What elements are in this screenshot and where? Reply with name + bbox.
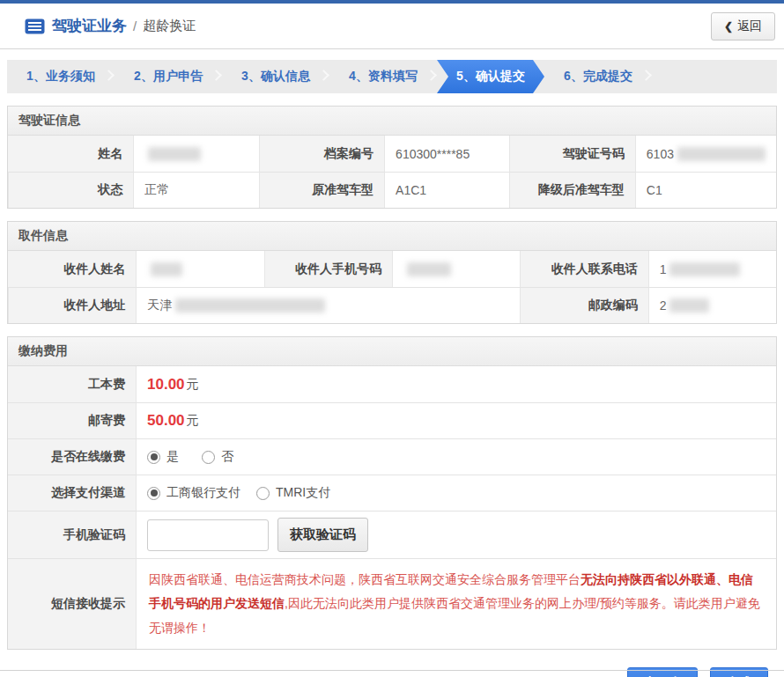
- finish-button[interactable]: 完成: [710, 667, 768, 677]
- wizard-steps: 1、业务须知 2、用户申告 3、确认信息 4、资料填写 5、确认提交 6、完成提…: [7, 60, 777, 93]
- page-title: 驾驶证业务: [52, 16, 127, 36]
- redacted-blur: [677, 147, 766, 161]
- redacted-blur: [151, 262, 182, 276]
- field-label-status: 状态: [8, 172, 133, 208]
- field-value-recipient-phone: 1: [648, 251, 776, 287]
- radio-option-no[interactable]: 否: [202, 449, 233, 465]
- step-2-declare[interactable]: 2、用户申告: [115, 60, 222, 93]
- field-label-payment-channel: 选择支付渠道: [8, 475, 136, 511]
- step-5-confirm-submit-active[interactable]: 5、确认提交: [437, 60, 544, 93]
- radio-option-icbc[interactable]: 工商银行支付: [147, 485, 240, 501]
- field-value-recipient-mobile: [392, 251, 520, 287]
- redacted-blur: [669, 298, 709, 313]
- step-separator-icon: [318, 70, 329, 81]
- field-value-postal-code: 2: [648, 287, 776, 323]
- field-label-file-number: 档案编号: [259, 136, 384, 172]
- section-payment-fees: 缴纳费用 工本费 10.00 元 邮寄费 50.00 元 是否在线缴费 是 否: [7, 336, 777, 650]
- redacted-blur: [148, 147, 201, 161]
- page-header: 驾驶证业务 / 超龄换证 ❮ 返回: [0, 4, 784, 49]
- radio-selected-icon[interactable]: [147, 487, 160, 500]
- back-button-label: 返回: [737, 18, 762, 34]
- fee-unit: 元: [187, 413, 199, 429]
- section-license-info: 驾驶证信息 姓名 档案编号 610300****85 驾驶证号码 6103 状态…: [7, 106, 777, 209]
- field-label-sms-code: 手机验证码: [8, 511, 136, 558]
- page-bottom-divider: [0, 670, 784, 671]
- step-separator-icon: [103, 70, 115, 81]
- field-value-name: [133, 136, 258, 172]
- previous-step-button[interactable]: 上一步: [627, 667, 698, 677]
- list-icon: [25, 18, 45, 34]
- step-separator-icon: [640, 70, 652, 81]
- field-label-original-class: 原准驾车型: [259, 172, 384, 208]
- field-label-recipient-address: 收件人地址: [8, 287, 136, 323]
- field-value-status: 正常: [133, 172, 258, 208]
- field-label-recipient-phone: 收件人联系电话: [520, 251, 647, 287]
- steps-filler: [652, 60, 777, 93]
- breadcrumb-separator: /: [133, 18, 137, 33]
- back-chevron-icon: ❮: [724, 20, 733, 33]
- field-label-recipient-mobile: 收件人手机号码: [264, 251, 392, 287]
- fee-amount: 10.00: [147, 376, 185, 394]
- get-sms-code-button[interactable]: 获取验证码: [277, 518, 368, 552]
- notice-text: 因陕西省联通、电信运营商技术问题，陕西省互联网交通安全综合服务管理平台: [149, 572, 581, 586]
- radio-option-yes[interactable]: 是: [147, 449, 179, 465]
- field-value-payment-channel: 工商银行支付 TMRI支付: [136, 475, 776, 511]
- radio-selected-icon[interactable]: [147, 451, 160, 464]
- step-1-notice[interactable]: 1、业务须知: [7, 60, 115, 93]
- field-value-pay-online: 是 否: [136, 438, 776, 475]
- field-label-sms-notice: 短信接收提示: [8, 558, 136, 649]
- field-value-recipient-address: 天津: [136, 287, 520, 323]
- section-title: 取件信息: [8, 222, 776, 251]
- redacted-blur: [669, 262, 740, 276]
- field-value-production-fee: 10.00 元: [136, 366, 776, 402]
- step-separator-icon: [425, 70, 437, 81]
- field-value-sms-code: 获取验证码: [136, 511, 776, 558]
- radio-unselected-icon[interactable]: [202, 451, 215, 464]
- section-pickup-info: 取件信息 收件人姓名 收件人手机号码 收件人联系电话 1 收件人地址 天津 邮政…: [7, 221, 777, 324]
- field-value-recipient-name: [136, 251, 263, 287]
- field-label-name: 姓名: [8, 136, 133, 172]
- field-value-original-class: A1C1: [384, 172, 509, 208]
- field-label-postal-code: 邮政编码: [520, 287, 647, 323]
- redacted-blur: [407, 262, 451, 276]
- step-4-fill-material[interactable]: 4、资料填写: [329, 60, 437, 93]
- field-label-license-number: 驾驶证号码: [509, 136, 634, 172]
- fee-amount: 50.00: [147, 412, 185, 430]
- field-label-downgraded-class: 降级后准驾车型: [509, 172, 634, 208]
- step-separator-icon: [211, 70, 222, 81]
- field-value-file-number: 610300****85: [384, 136, 509, 172]
- field-label-production-fee: 工本费: [8, 366, 136, 402]
- field-label-recipient-name: 收件人姓名: [8, 251, 136, 287]
- back-button[interactable]: ❮ 返回: [711, 12, 775, 40]
- step-6-finish-submit[interactable]: 6、完成提交: [544, 60, 652, 93]
- breadcrumb-current: 超龄换证: [143, 18, 196, 34]
- footer-actions: 上一步 完成: [0, 650, 784, 677]
- radio-option-tmri[interactable]: TMRI支付: [256, 485, 330, 501]
- field-value-downgraded-class: C1: [635, 172, 776, 208]
- field-label-postage-fee: 邮寄费: [8, 402, 136, 438]
- step-3-confirm-info[interactable]: 3、确认信息: [222, 60, 329, 93]
- section-title: 缴纳费用: [8, 337, 776, 366]
- sms-code-input[interactable]: [147, 519, 269, 551]
- radio-unselected-icon[interactable]: [256, 487, 270, 500]
- fee-unit: 元: [187, 377, 199, 393]
- section-title: 驾驶证信息: [8, 107, 776, 136]
- field-value-license-number: 6103: [635, 136, 776, 172]
- redacted-blur: [175, 298, 325, 313]
- field-value-postage-fee: 50.00 元: [136, 402, 776, 438]
- field-value-sms-notice: 因陕西省联通、电信运营商技术问题，陕西省互联网交通安全综合服务管理平台无法向持陕…: [136, 558, 776, 649]
- field-label-pay-online: 是否在线缴费: [8, 438, 136, 475]
